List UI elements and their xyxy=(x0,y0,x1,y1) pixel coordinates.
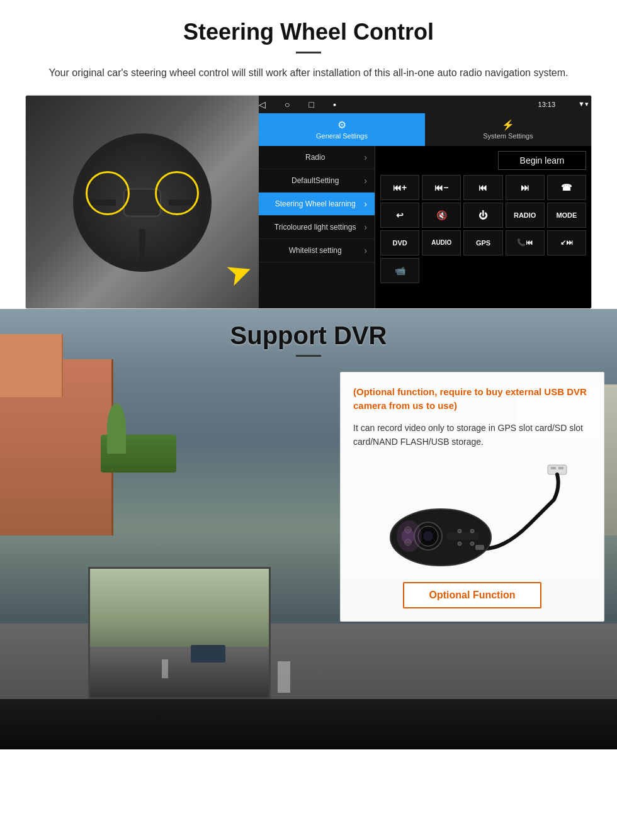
settings-body: Radio › DefaultSetting › Steering Wheel … xyxy=(259,146,591,308)
signal-icon: ▼▾ xyxy=(578,100,591,108)
thumbnail-bg xyxy=(90,569,269,697)
menu-default-label: DefaultSetting xyxy=(266,176,364,185)
next-track-button[interactable]: ⏭ xyxy=(506,175,545,200)
back-nav-icon[interactable]: ◁ xyxy=(259,99,266,109)
menu-whitelist-arrow: › xyxy=(364,245,367,255)
thumb-road-line xyxy=(162,659,168,678)
menu-tricoloured-arrow: › xyxy=(364,222,367,232)
menu-list: Radio › DefaultSetting › Steering Wheel … xyxy=(259,146,375,308)
prev-track-button[interactable]: ⏮ xyxy=(463,175,502,200)
home-nav-icon[interactable]: ○ xyxy=(285,99,290,109)
svg-rect-1 xyxy=(551,467,556,469)
section1-title: Steering Wheel Control xyxy=(25,19,592,45)
status-time: 13:13 xyxy=(538,101,560,108)
title-divider xyxy=(296,52,321,53)
road-marking xyxy=(278,661,290,693)
general-settings-icon: ⚙ xyxy=(337,119,346,131)
svg-point-15 xyxy=(470,529,474,533)
mute-button[interactable]: 🔇 xyxy=(422,203,461,228)
svg-point-6 xyxy=(423,531,433,541)
svg-point-14 xyxy=(458,542,461,546)
svg-rect-12 xyxy=(475,545,484,550)
menu-item-radio[interactable]: Radio › xyxy=(259,146,375,169)
dvr-info-box: (Optional function, require to buy exter… xyxy=(340,372,604,622)
vol-plus-button[interactable]: ⏮+ xyxy=(380,175,419,200)
tab-system-settings[interactable]: ⚡ System Settings xyxy=(425,113,591,146)
steering-wheel-photo: ➤ xyxy=(26,96,259,309)
arrow-icon: ➤ xyxy=(220,250,258,294)
section1-subtitle: Your original car's steering wheel contr… xyxy=(25,65,592,81)
dvr-background: Support DVR (Optional function, require … xyxy=(0,309,617,749)
menu-item-default[interactable]: DefaultSetting › xyxy=(259,169,375,193)
dvr-thumbnail xyxy=(88,567,271,699)
menu-tricoloured-label: Tricoloured light settings xyxy=(266,223,364,232)
tab-system-label: System Settings xyxy=(483,132,533,140)
dvd-button[interactable]: DVD xyxy=(380,230,419,255)
tab-general-settings[interactable]: ⚙ General Settings xyxy=(259,113,425,146)
android-nav-bar: ◁ ○ □ ▪ 13:13 ▼▾ xyxy=(259,96,591,113)
menu-radio-arrow: › xyxy=(364,152,367,162)
tab-general-label: General Settings xyxy=(316,132,368,140)
power-button[interactable]: ⏻ xyxy=(463,203,502,228)
recent-nav-icon[interactable]: □ xyxy=(308,99,314,109)
thumb-road xyxy=(90,647,269,697)
dvr-optional-text: (Optional function, require to buy exter… xyxy=(353,385,591,413)
mode-button[interactable]: MODE xyxy=(547,203,586,228)
hang-up-button[interactable]: ↩ xyxy=(380,203,419,228)
menu-nav-icon[interactable]: ▪ xyxy=(333,99,336,109)
gps-button[interactable]: GPS xyxy=(463,230,502,255)
menu-steering-label: Steering Wheel learning xyxy=(266,199,364,208)
dvr-title-divider xyxy=(296,355,321,357)
device-mockup: ➤ ◁ ○ □ ▪ 13:13 ▼▾ ⚙ General Settings ⚡ xyxy=(25,95,592,309)
svg-point-13 xyxy=(458,529,461,533)
steering-wheel-graphic xyxy=(73,133,212,272)
begin-learn-row: Begin learn xyxy=(380,151,586,170)
menu-default-arrow: › xyxy=(364,176,367,186)
menu-radio-label: Radio xyxy=(266,153,364,162)
thumb-car xyxy=(191,645,225,663)
svg-rect-2 xyxy=(558,467,563,469)
optional-function-button[interactable]: Optional Function xyxy=(403,582,542,608)
tree-1 xyxy=(107,403,126,454)
dvr-desc-text: It can record video only to storage in G… xyxy=(353,421,591,449)
dvr-title-overlay: Support DVR xyxy=(0,309,617,357)
control-buttons-grid: ⏮+ ⏮− ⏮ ⏭ ☎ ↩ 🔇 ⏻ RADIO MODE DVD AUDIO xyxy=(380,175,586,283)
svg-point-16 xyxy=(470,542,474,546)
sw-highlight-right xyxy=(155,171,199,215)
control-panel: Begin learn ⏮+ ⏮− ⏮ ⏭ ☎ ↩ 🔇 ⏻ RADIO xyxy=(375,146,591,308)
sw-highlight-left xyxy=(86,171,130,215)
audio-button[interactable]: AUDIO xyxy=(422,230,461,255)
dvr-camera-image xyxy=(353,459,591,572)
svg-point-11 xyxy=(402,529,414,544)
vol-minus-button[interactable]: ⏮− xyxy=(422,175,461,200)
phone-prev-button[interactable]: 📞⏮ xyxy=(506,230,545,255)
section2-title: Support DVR xyxy=(0,322,617,350)
menu-item-tricoloured[interactable]: Tricoloured light settings › xyxy=(259,216,375,239)
dvr-button[interactable]: 📹 xyxy=(380,258,419,283)
menu-item-whitelist[interactable]: Whitelist setting › xyxy=(259,239,375,262)
settings-tabs: ⚙ General Settings ⚡ System Settings xyxy=(259,113,591,146)
system-settings-icon: ⚡ xyxy=(502,119,514,131)
svg-rect-9 xyxy=(447,532,478,540)
radio-button[interactable]: RADIO xyxy=(506,203,545,228)
menu-item-steering[interactable]: Steering Wheel learning › xyxy=(259,193,375,216)
phone-next-button[interactable]: ↙⏭ xyxy=(547,230,586,255)
phone-button[interactable]: ☎ xyxy=(547,175,586,200)
dashboard-bottom xyxy=(0,699,617,749)
dvr-camera-svg xyxy=(365,462,579,569)
section-dvr: Support DVR (Optional function, require … xyxy=(0,309,617,749)
menu-steering-arrow: › xyxy=(364,199,367,209)
android-ui-panel: ◁ ○ □ ▪ 13:13 ▼▾ ⚙ General Settings ⚡ Sy… xyxy=(259,96,591,308)
begin-learn-button[interactable]: Begin learn xyxy=(498,151,586,170)
menu-whitelist-label: Whitelist setting xyxy=(266,246,364,255)
section-steering-wheel: Steering Wheel Control Your original car… xyxy=(0,0,617,309)
sw-spoke-bottom xyxy=(139,229,145,267)
